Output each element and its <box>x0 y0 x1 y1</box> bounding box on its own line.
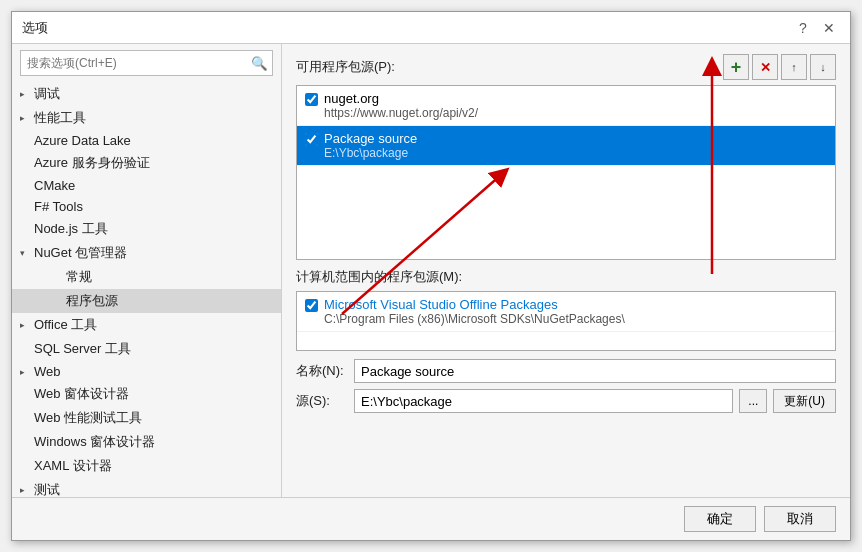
machine-sources-label: 计算机范围内的程序包源(M): <box>296 268 836 286</box>
chevron-icon: ▸ <box>20 485 34 495</box>
sidebar-item-label: XAML 设计器 <box>34 457 112 475</box>
machine-package-checkbox-ms-offline[interactable] <box>305 299 318 312</box>
source-row: 源(S): ... 更新(U) <box>296 389 836 413</box>
sidebar-item-nuget-sources[interactable]: 程序包源 <box>12 289 281 313</box>
remove-source-button[interactable]: ✕ <box>752 54 778 80</box>
sidebar-item-web[interactable]: ▸Web <box>12 361 281 382</box>
name-input[interactable] <box>354 359 836 383</box>
update-button[interactable]: 更新(U) <box>773 389 836 413</box>
sidebar-item-office-tools[interactable]: ▸Office 工具 <box>12 313 281 337</box>
sidebar-item-perf-tools[interactable]: ▸性能工具 <box>12 106 281 130</box>
package-name: Package source <box>324 131 417 146</box>
sidebar-item-windows-designer[interactable]: Windows 窗体设计器 <box>12 430 281 454</box>
sidebar-item-label: Web <box>34 364 61 379</box>
sidebar-item-nodejs[interactable]: Node.js 工具 <box>12 217 281 241</box>
chevron-icon: ▸ <box>20 367 34 377</box>
add-source-button[interactable]: + <box>723 54 749 80</box>
sidebar-item-label: 常规 <box>66 268 92 286</box>
sidebar-item-cmake[interactable]: CMake <box>12 175 281 196</box>
sidebar-item-label: Windows 窗体设计器 <box>34 433 155 451</box>
sidebar-item-debug[interactable]: ▸调试 <box>12 82 281 106</box>
sidebar-item-label: Azure Data Lake <box>34 133 131 148</box>
chevron-icon: ▸ <box>20 113 34 123</box>
search-box: 🔍 <box>20 50 273 76</box>
sidebar-item-test[interactable]: ▸测试 <box>12 478 281 497</box>
machine-package-list: Microsoft Visual Studio Offline Packages… <box>296 291 836 351</box>
close-button[interactable]: ✕ <box>818 17 840 39</box>
ok-button[interactable]: 确定 <box>684 506 756 532</box>
name-row: 名称(N): <box>296 359 836 383</box>
search-button[interactable]: 🔍 <box>246 50 272 76</box>
bottom-bar: 确定 取消 <box>12 497 850 540</box>
sidebar-item-azure-data-lake[interactable]: Azure Data Lake <box>12 130 281 151</box>
pkg-sources-header: 可用程序包源(P): + ✕ ↑ ↓ <box>296 54 836 80</box>
name-label: 名称(N): <box>296 362 348 380</box>
sidebar-item-label: CMake <box>34 178 75 193</box>
sidebar-item-label: 性能工具 <box>34 109 86 127</box>
sidebar-item-label: Web 窗体设计器 <box>34 385 129 403</box>
package-checkbox-nuget-org[interactable] <box>305 93 318 106</box>
sidebar-item-label: Node.js 工具 <box>34 220 108 238</box>
package-row-pkg-source[interactable]: Package sourceE:\Ybc\package <box>297 126 835 166</box>
source-label: 源(S): <box>296 392 348 410</box>
sidebar-item-label: Azure 服务身份验证 <box>34 154 150 172</box>
machine-package-row-ms-offline[interactable]: Microsoft Visual Studio Offline Packages… <box>297 292 835 332</box>
sidebar-item-web-perf[interactable]: Web 性能测试工具 <box>12 406 281 430</box>
sidebar-item-label: Web 性能测试工具 <box>34 409 142 427</box>
options-dialog: 选项 ? ✕ 🔍 ▸调试▸性能工具Azure Data LakeAzure 服务… <box>11 11 851 541</box>
sidebar-item-label: 调试 <box>34 85 60 103</box>
machine-package-url: C:\Program Files (x86)\Microsoft SDKs\Nu… <box>324 312 625 326</box>
sidebar-item-label: SQL Server 工具 <box>34 340 131 358</box>
chevron-icon: ▾ <box>20 248 34 258</box>
chevron-icon: ▸ <box>20 320 34 330</box>
move-down-button[interactable]: ↓ <box>810 54 836 80</box>
dialog-body: 🔍 ▸调试▸性能工具Azure Data LakeAzure 服务身份验证CMa… <box>12 44 850 497</box>
cancel-button[interactable]: 取消 <box>764 506 836 532</box>
window-controls: ? ✕ <box>792 17 840 39</box>
sidebar-item-label: 测试 <box>34 481 60 497</box>
package-row-nuget-org[interactable]: nuget.orghttps://www.nuget.org/api/v2/ <box>297 86 835 126</box>
pkg-sources-label: 可用程序包源(P): <box>296 58 723 76</box>
tree-container: ▸调试▸性能工具Azure Data LakeAzure 服务身份验证CMake… <box>12 82 281 497</box>
sidebar-item-azure-auth[interactable]: Azure 服务身份验证 <box>12 151 281 175</box>
sidebar-item-xaml[interactable]: XAML 设计器 <box>12 454 281 478</box>
sidebar-item-web-media[interactable]: Web 窗体设计器 <box>12 382 281 406</box>
sidebar-item-label: 程序包源 <box>66 292 118 310</box>
package-checkbox-pkg-source[interactable] <box>305 133 318 146</box>
chevron-icon: ▸ <box>20 89 34 99</box>
machine-section: 计算机范围内的程序包源(M): Microsoft Visual Studio … <box>296 268 836 351</box>
sidebar-item-nuget-general[interactable]: 常规 <box>12 265 281 289</box>
sidebar-item-label: NuGet 包管理器 <box>34 244 127 262</box>
help-button[interactable]: ? <box>792 17 814 39</box>
package-url: E:\Ybc\package <box>324 146 417 160</box>
search-input[interactable] <box>21 54 246 72</box>
machine-package-name: Microsoft Visual Studio Offline Packages <box>324 297 625 312</box>
sidebar-item-label: F# Tools <box>34 199 83 214</box>
browse-button[interactable]: ... <box>739 389 767 413</box>
form-section: 名称(N): 源(S): ... 更新(U) <box>296 359 836 419</box>
title-bar: 选项 ? ✕ <box>12 12 850 44</box>
sidebar-item-label: Office 工具 <box>34 316 97 334</box>
package-name: nuget.org <box>324 91 478 106</box>
package-url: https://www.nuget.org/api/v2/ <box>324 106 478 120</box>
right-panel: 可用程序包源(P): + ✕ ↑ ↓ nuget.orghttps://www.… <box>282 44 850 497</box>
move-up-button[interactable]: ↑ <box>781 54 807 80</box>
dialog-title: 选项 <box>22 19 48 37</box>
source-input[interactable] <box>354 389 733 413</box>
sidebar-item-fsharp[interactable]: F# Tools <box>12 196 281 217</box>
left-panel: 🔍 ▸调试▸性能工具Azure Data LakeAzure 服务身份验证CMa… <box>12 44 282 497</box>
package-list: nuget.orghttps://www.nuget.org/api/v2/Pa… <box>296 85 836 260</box>
pkg-toolbar: + ✕ ↑ ↓ <box>723 54 836 80</box>
sidebar-item-sqlserver[interactable]: SQL Server 工具 <box>12 337 281 361</box>
sidebar-item-nuget[interactable]: ▾NuGet 包管理器 <box>12 241 281 265</box>
